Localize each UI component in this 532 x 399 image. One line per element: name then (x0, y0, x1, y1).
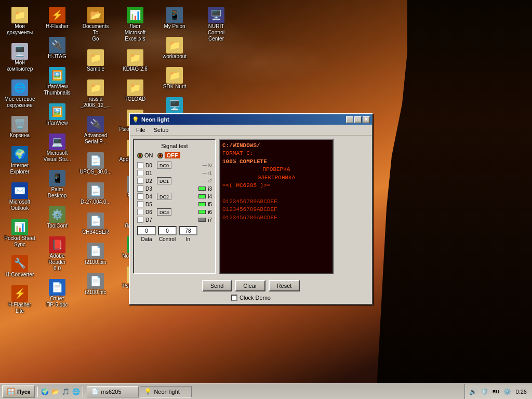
tray-settings[interactable]: ⚙️ (502, 387, 513, 397)
icon-upos30[interactable]: 📄 UPOS_30.0... (78, 150, 113, 178)
taskbar-quick-ie[interactable]: 🌍 (39, 387, 50, 397)
icon-irfanview[interactable]: 🖼️ IrfanView (39, 101, 75, 129)
reset-button[interactable]: Reset (269, 280, 300, 291)
icon-irfanview-thumbnails[interactable]: 🖼️ IrfanViewThumbnails (39, 64, 75, 99)
icon-nurit-control[interactable]: 🖥️ NURIT ControlCenter (198, 4, 234, 45)
icon-internet-explorer[interactable]: 🌍 InternetExplorer (2, 143, 37, 178)
taskbar-quick-media[interactable]: 🎵 (60, 387, 71, 397)
check-d5[interactable] (137, 201, 143, 207)
send-button[interactable]: Send (202, 280, 232, 291)
term-line-5: ЭЛЕКТРОНИКА (222, 174, 330, 182)
icon-moy-kompyuter[interactable]: 🖥️ Мойкомпьютер (2, 41, 37, 75)
taskbar-quick-folder[interactable]: 📂 (50, 387, 60, 397)
data-input[interactable] (137, 226, 156, 235)
signal-inputs-row: Data Control In (137, 226, 212, 242)
icon-column-5: 📱 My Psion 📁 workabout 📁 SDK Nurit 🖥️ Pu… (157, 4, 192, 123)
taskbar-divider2 (83, 387, 83, 397)
start-button[interactable]: 🪟 Пуск (2, 385, 35, 398)
icon-moyo-setevoe[interactable]: 🌐 Мое сетевоеокружение (2, 77, 37, 111)
term-line-6: =<( MC6205 )>= (222, 182, 330, 190)
check-d1[interactable] (137, 170, 143, 176)
radio-on[interactable]: ON (137, 152, 153, 158)
signal-row-d7: D7 i7 (137, 217, 212, 223)
icon-otchet[interactable]: 📄 ОтчётПР-5.doc (39, 276, 75, 311)
icon-documents-to-go[interactable]: 📂 Documents ToGo (78, 4, 113, 45)
icon-russia[interactable]: 📁 russia_2006_12_... (78, 77, 113, 111)
signal-test-panel: Signal test ON OFF (133, 139, 216, 274)
check-d6[interactable] (137, 209, 143, 215)
dc3-button[interactable]: DC3 (157, 208, 171, 216)
icon-d27004[interactable]: 📄 D-27.004.0... (78, 180, 113, 208)
icon-microsoft-visual-studio[interactable]: 💻 MicrosoftVisual Stu... (39, 131, 75, 165)
icon-h-converter[interactable]: 🔧 H-Converter (2, 252, 37, 281)
icon-kdiag[interactable]: 📁 KDIAG 2.6 (117, 47, 153, 75)
icon-workabout[interactable]: 📁 workabout (157, 34, 192, 62)
icon-sdk-nurit[interactable]: 📁 SDK Nurit (157, 64, 192, 92)
clock-demo-label: Clock Demo (240, 295, 271, 301)
signal-row-d0: D0 DC0 — i0 (137, 162, 212, 169)
signal-test-title: Signal test (137, 143, 212, 149)
dc2-button[interactable]: DC2 (157, 193, 171, 200)
control-input[interactable] (158, 226, 177, 235)
icon-toolconf[interactable]: ⚙️ ToolConf (39, 204, 75, 232)
neon-window-controls: _ □ ✕ (346, 116, 370, 123)
icon-sample[interactable]: 📁 Sample (78, 47, 113, 75)
minimize-button[interactable]: _ (346, 116, 353, 123)
term-line-9: 0123456789ABCDEF (222, 206, 330, 214)
check-d7[interactable] (137, 217, 143, 223)
menu-setup[interactable]: Setup (150, 126, 173, 134)
icon-ch341ser[interactable]: 📄 CH341SER (78, 210, 113, 238)
neon-light-window: 💡 Neon light _ □ ✕ File Setup Signal tes… (129, 113, 373, 305)
tray-ru[interactable]: RU (491, 387, 501, 397)
dc1-button[interactable]: DC1 (157, 177, 171, 184)
icon-h-flasher[interactable]: ⚡ H-Flasher (39, 4, 75, 32)
terminal-display: C:/WINDOWS/ FORMAT C: 100% COMPLETE ПРОВ… (219, 139, 334, 274)
taskbar-programs: 📄 ms6205 💡 Neon light (85, 386, 464, 397)
icon-korzina[interactable]: 🗑️ Корзина (2, 113, 37, 141)
neon-window-title: 💡 Neon light (132, 116, 169, 123)
system-tray: 🔊 🛡️ RU ⚙️ 0:26 (464, 384, 532, 399)
clock-demo-checkbox[interactable] (231, 295, 237, 301)
icon-moi-dokumenty[interactable]: 📁 Моидокументы (2, 4, 37, 38)
icon-pocket-sheet-sync[interactable]: 📊 Pocket Sheet Sync (2, 216, 37, 250)
check-d0[interactable] (137, 162, 143, 168)
icon-my-psion[interactable]: 📱 My Psion (157, 4, 192, 32)
check-d4[interactable] (137, 193, 143, 200)
icon-tcload[interactable]: 📁 TCLOAD (117, 77, 153, 105)
icon-h-jtag[interactable]: 🔌 H-JTAG (39, 34, 75, 62)
signal-row-d5: D5 i5 (137, 201, 212, 207)
tray-network[interactable]: 🔊 (468, 387, 478, 397)
taskbar-btn-neon-light[interactable]: 💡 Neon light (140, 386, 192, 397)
close-button[interactable]: ✕ (363, 116, 370, 123)
icon-t2100bin[interactable]: 📄 t2100.bin (78, 240, 113, 268)
radio-off[interactable]: OFF (157, 152, 180, 158)
icon-t2100hfc[interactable]: 📄 t2100.hfc (78, 270, 113, 298)
tray-antivirus[interactable]: 🛡️ (480, 387, 490, 397)
in-input-group: In (179, 226, 197, 242)
taskbar-btn-ms6205[interactable]: 📄 ms6205 (87, 386, 139, 397)
taskbar-quick-ie2[interactable]: 🌐 (71, 387, 81, 397)
radio-off-button[interactable] (157, 153, 163, 158)
menu-file[interactable]: File (132, 126, 150, 134)
icon-microsoft-outlook[interactable]: ✉️ MicrosoftOutlook (2, 180, 37, 214)
neon-window-titlebar[interactable]: 💡 Neon light _ □ ✕ (130, 114, 372, 125)
in-input[interactable] (179, 226, 197, 235)
neon-title-icon: 💡 (132, 116, 139, 123)
background-silhouette (376, 0, 532, 399)
maximize-button[interactable]: □ (354, 116, 362, 123)
radio-on-button[interactable] (137, 153, 143, 158)
icon-h-flasher-lite[interactable]: ⚡ H-Flasher Lite (2, 283, 37, 317)
check-d2[interactable] (137, 178, 143, 184)
signal-radio-row: ON OFF (137, 152, 212, 158)
icon-advanced-serial[interactable]: 🔌 AdvancedSerial P... (78, 113, 113, 148)
icon-palm-desktop[interactable]: 📱 Palm Desktop (39, 167, 75, 202)
clear-button[interactable]: Clear (235, 280, 265, 291)
neon-action-buttons: Send Clear Reset (130, 277, 372, 295)
desktop: 📁 Моидокументы 🖥️ Мойкомпьютер 🌐 Мое сет… (0, 0, 532, 399)
icon-adobe-reader[interactable]: 📕 Adobe Reader6.0 (39, 234, 75, 274)
icon-list-excel[interactable]: 📊 Лист MicrosoftExcel.xls (117, 4, 153, 45)
check-d3[interactable] (137, 185, 143, 192)
dc0-button[interactable]: DC0 (157, 162, 171, 169)
signal-rows: D0 DC0 — i0 D1 — i1 D2 (137, 162, 212, 223)
term-line-2: FORMAT C: (222, 150, 330, 157)
